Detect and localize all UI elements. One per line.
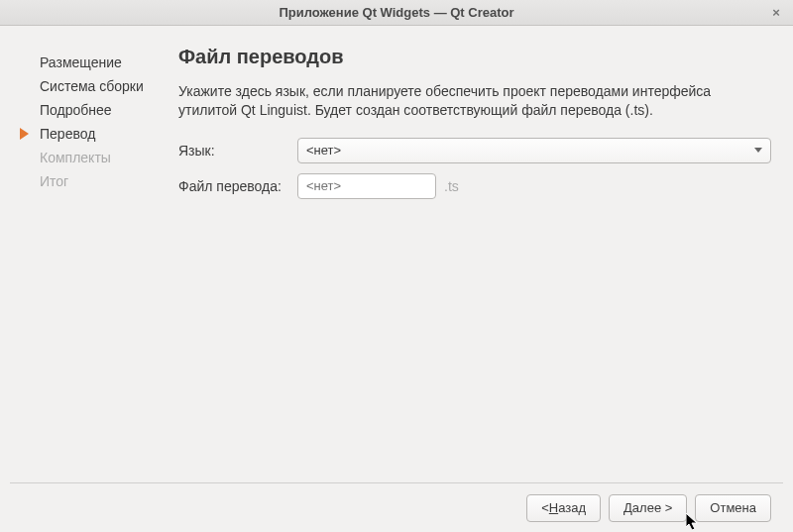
translation-file-input[interactable] — [297, 173, 436, 199]
wizard-sidebar: Размещение Система сборки Подробнее Пере… — [10, 46, 178, 482]
language-value: <нет> — [306, 143, 341, 158]
language-label: Язык: — [178, 143, 297, 159]
next-button[interactable]: Далее > — [609, 494, 687, 522]
sidebar-item-details: Подробнее — [40, 98, 178, 122]
sidebar-item-buildsystem: Система сборки — [40, 74, 178, 98]
wizard-main: Файл переводов Укажите здесь язык, если … — [178, 46, 783, 482]
page-description: Укажите здесь язык, если планируете обес… — [178, 82, 771, 120]
cancel-button[interactable]: Отмена — [695, 494, 771, 522]
back-button[interactable]: < Назад — [526, 494, 601, 522]
sidebar-item-summary: Итог — [40, 169, 178, 193]
language-combobox[interactable]: <нет> — [297, 138, 771, 163]
window-title: Приложение Qt Widgets — Qt Creator — [279, 5, 513, 20]
wizard-body: Размещение Система сборки Подробнее Пере… — [0, 26, 793, 482]
translation-file-suffix: .ts — [444, 178, 459, 194]
chevron-down-icon — [754, 148, 762, 153]
sidebar-item-location: Размещение — [40, 51, 178, 74]
translation-file-row: Файл перевода: .ts — [178, 173, 771, 199]
titlebar: Приложение Qt Widgets — Qt Creator × — [0, 0, 793, 26]
close-icon[interactable]: × — [767, 3, 785, 21]
page-title: Файл переводов — [178, 46, 771, 68]
translation-file-label: Файл перевода: — [178, 178, 297, 194]
language-row: Язык: <нет> — [178, 138, 771, 163]
sidebar-item-translation: Перевод — [40, 122, 178, 146]
sidebar-item-kits: Комплекты — [40, 146, 178, 169]
wizard-footer: < Назад Далее > Отмена — [10, 482, 783, 532]
